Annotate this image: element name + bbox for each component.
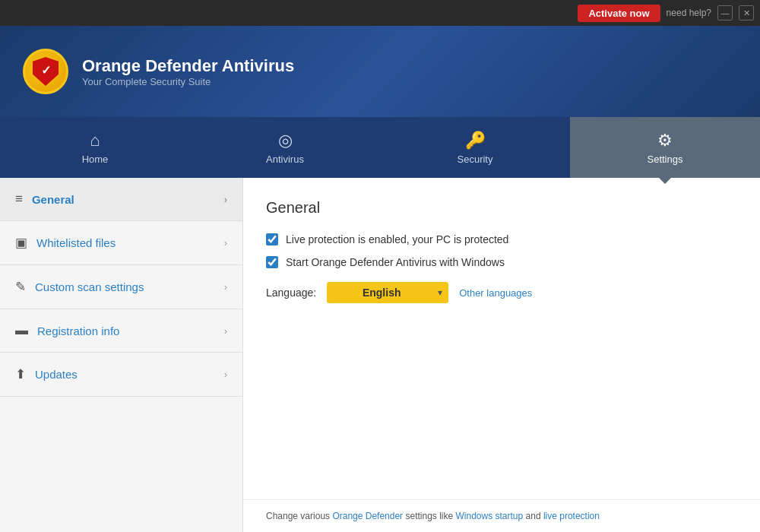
footer-text-static2: settings like [403, 511, 455, 521]
sidebar-item-whitelisted[interactable]: ▣ Whitelisted files › [0, 221, 242, 265]
nav-antivirus-label: Antivirus [266, 154, 304, 165]
nav-security[interactable]: 🔑 Security [380, 117, 570, 178]
footer-text-orange: Orange Defender [332, 511, 403, 521]
sidebar-registration-label: Registration info [37, 325, 119, 337]
sidebar-item-general[interactable]: ≡ General › [0, 178, 242, 221]
sidebar-item-custom-scan[interactable]: ✎ Custom scan settings › [0, 265, 242, 309]
chevron-icon: › [224, 281, 227, 293]
other-languages-link[interactable]: Other languages [459, 287, 532, 299]
nav-home[interactable]: ⌂ Home [0, 117, 190, 178]
home-icon: ⌂ [90, 131, 100, 150]
whitelisted-icon: ▣ [15, 235, 27, 251]
settings-icon: ⚙ [657, 131, 673, 150]
nav-settings-label: Settings [648, 154, 683, 165]
app-tagline: Your Complete Security Suite [82, 76, 294, 87]
sidebar-general-label: General [32, 193, 74, 206]
chevron-icon: › [224, 369, 227, 380]
live-protection-label: Live protection is enabled, your PC is p… [286, 233, 508, 245]
custom-scan-icon: ✎ [15, 279, 26, 295]
title-bar: Activate now need help? — ✕ [0, 0, 760, 26]
need-help-label: need help? [667, 8, 711, 18]
nav-security-label: Security [458, 154, 493, 165]
nav-bar: ⌂ Home ◎ Antivirus 🔑 Security ⚙ Settings [0, 117, 760, 178]
shield-icon: ✓ [33, 57, 59, 86]
footer-text-static: Change various [266, 511, 332, 521]
sidebar-item-updates[interactable]: ⬆ Updates › [0, 353, 242, 397]
activate-button[interactable]: Activate now [578, 5, 660, 22]
updates-icon: ⬆ [15, 366, 26, 382]
app-title: Orange Defender Antivirus [82, 56, 294, 76]
language-label: Language: [266, 287, 316, 299]
live-protection-checkbox[interactable] [266, 233, 278, 245]
chevron-icon: › [224, 325, 227, 337]
page-title: General [266, 199, 737, 217]
language-row: Language: English Other languages [266, 282, 737, 303]
chevron-icon: › [224, 194, 227, 205]
security-icon: 🔑 [465, 131, 486, 150]
footer-description: Change various Orange Defender settings … [266, 511, 737, 521]
chevron-icon: › [224, 237, 227, 249]
nav-settings[interactable]: ⚙ Settings [570, 117, 760, 178]
main-content: ≡ General › ▣ Whitelisted files › ✎ Cust… [0, 178, 760, 532]
content-inner: General Live protection is enabled, your… [243, 178, 760, 499]
startup-row: Start Orange Defender Antivirus with Win… [266, 256, 737, 268]
language-select-wrapper: English [327, 282, 448, 303]
check-icon: ✓ [41, 63, 51, 78]
nav-antivirus[interactable]: ◎ Antivirus [190, 117, 380, 178]
sidebar: ≡ General › ▣ Whitelisted files › ✎ Cust… [0, 178, 243, 532]
registration-icon: ▬ [15, 323, 28, 338]
startup-label: Start Orange Defender Antivirus with Win… [286, 256, 505, 268]
close-button[interactable]: ✕ [739, 5, 754, 21]
footer-text-and: and [523, 511, 543, 521]
antivirus-icon: ◎ [278, 131, 293, 150]
sidebar-updates-label: Updates [35, 368, 78, 381]
logo: ✓ [23, 49, 68, 94]
footer-text-live: live protection [543, 511, 600, 521]
live-protection-row: Live protection is enabled, your PC is p… [266, 233, 737, 245]
nav-home-label: Home [82, 154, 109, 165]
app-header: ✓ Orange Defender Antivirus Your Complet… [0, 26, 760, 117]
startup-checkbox[interactable] [266, 256, 278, 268]
minimize-button[interactable]: — [717, 5, 733, 21]
footer-text-windows: Windows startup [456, 511, 524, 521]
sidebar-custom-scan-label: Custom scan settings [35, 280, 144, 293]
sidebar-item-registration[interactable]: ▬ Registration info › [0, 309, 242, 353]
content-footer: Change various Orange Defender settings … [243, 499, 760, 532]
header-text: Orange Defender Antivirus Your Complete … [82, 56, 294, 87]
content-area: General Live protection is enabled, your… [243, 178, 760, 532]
language-select[interactable]: English [327, 282, 448, 303]
general-icon: ≡ [15, 192, 23, 207]
sidebar-whitelisted-label: Whitelisted files [36, 236, 116, 249]
